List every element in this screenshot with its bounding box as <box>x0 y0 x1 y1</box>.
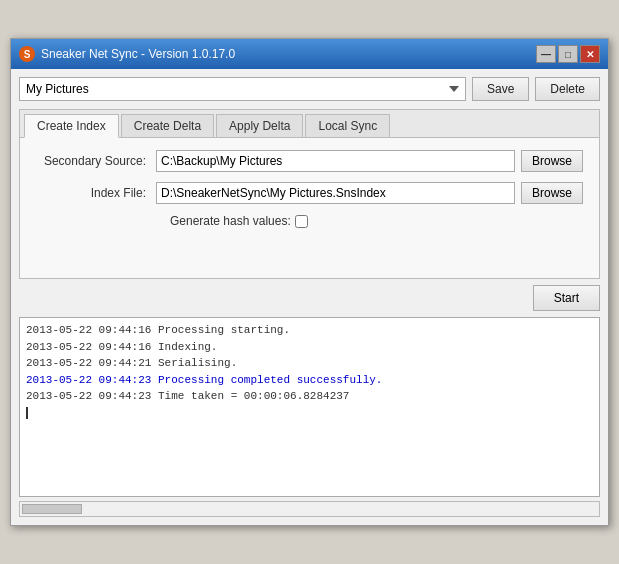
index-file-row: Index File: Browse <box>36 182 583 204</box>
close-button[interactable]: ✕ <box>580 45 600 63</box>
maximize-button[interactable]: □ <box>558 45 578 63</box>
generate-hash-row: Generate hash values: <box>166 214 583 228</box>
log-panel[interactable]: 2013-05-22 09:44:16 Processing starting.… <box>19 317 600 497</box>
tab-panel: Create Index Create Delta Apply Delta Lo… <box>19 109 600 279</box>
scrollbar-row <box>19 501 600 517</box>
main-window: S Sneaker Net Sync - Version 1.0.17.0 — … <box>10 38 609 526</box>
index-file-browse-button[interactable]: Browse <box>521 182 583 204</box>
tab-bar: Create Index Create Delta Apply Delta Lo… <box>20 110 599 138</box>
secondary-source-label: Secondary Source: <box>36 154 156 168</box>
start-row: Start <box>19 279 600 317</box>
generate-hash-checkbox[interactable] <box>295 215 308 228</box>
toolbar-row: My Pictures Save Delete <box>19 77 600 101</box>
delete-button[interactable]: Delete <box>535 77 600 101</box>
profile-dropdown[interactable]: My Pictures <box>19 77 466 101</box>
minimize-button[interactable]: — <box>536 45 556 63</box>
log-line: 2013-05-22 09:44:16 Indexing. <box>26 339 593 356</box>
form-spacer <box>36 236 583 266</box>
text-cursor <box>26 407 28 419</box>
tab-create-index[interactable]: Create Index <box>24 114 119 138</box>
log-line: 2013-05-22 09:44:16 Processing starting. <box>26 322 593 339</box>
generate-hash-label: Generate hash values: <box>170 214 291 228</box>
tab-content: Secondary Source: Browse Index File: Bro… <box>20 138 599 278</box>
save-button[interactable]: Save <box>472 77 529 101</box>
tab-apply-delta[interactable]: Apply Delta <box>216 114 303 137</box>
title-text: Sneaker Net Sync - Version 1.0.17.0 <box>41 47 235 61</box>
start-button[interactable]: Start <box>533 285 600 311</box>
scrollbar-thumb <box>22 504 82 514</box>
title-bar: S Sneaker Net Sync - Version 1.0.17.0 — … <box>11 39 608 69</box>
secondary-source-browse-button[interactable]: Browse <box>521 150 583 172</box>
log-line: 2013-05-22 09:44:21 Serialising. <box>26 355 593 372</box>
title-bar-left: S Sneaker Net Sync - Version 1.0.17.0 <box>19 46 235 62</box>
secondary-source-input[interactable] <box>156 150 515 172</box>
secondary-source-row: Secondary Source: Browse <box>36 150 583 172</box>
index-file-input[interactable] <box>156 182 515 204</box>
tab-local-sync[interactable]: Local Sync <box>305 114 390 137</box>
index-file-label: Index File: <box>36 186 156 200</box>
tab-create-delta[interactable]: Create Delta <box>121 114 214 137</box>
content-area: My Pictures Save Delete Create Index Cre… <box>11 69 608 525</box>
log-cursor-line <box>26 405 593 422</box>
log-line: 2013-05-22 09:44:23 Time taken = 00:00:0… <box>26 388 593 405</box>
title-controls: — □ ✕ <box>536 45 600 63</box>
horizontal-scrollbar[interactable] <box>19 501 600 517</box>
app-icon: S <box>19 46 35 62</box>
log-line: 2013-05-22 09:44:23 Processing completed… <box>26 372 593 389</box>
